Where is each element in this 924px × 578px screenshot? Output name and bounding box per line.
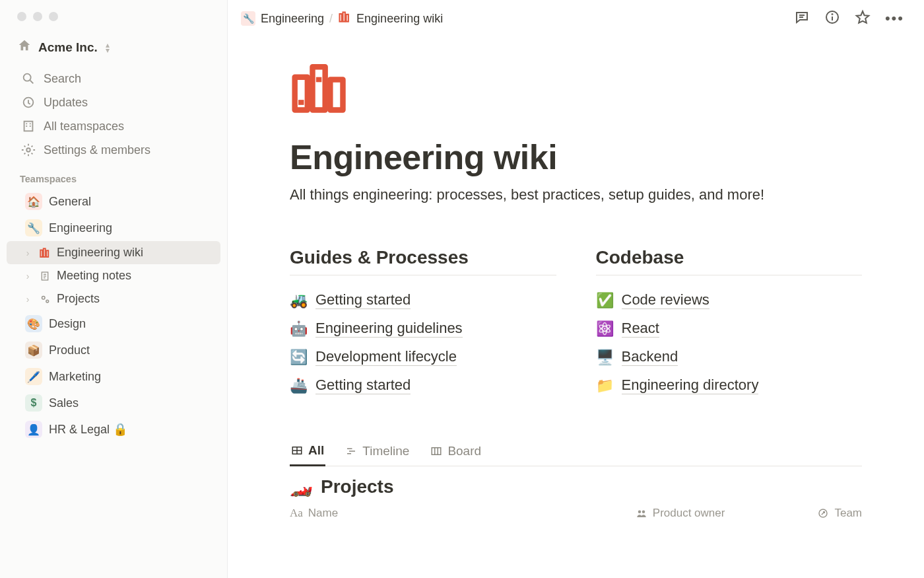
database-title[interactable]: 🏎️ Projects — [290, 476, 862, 497]
page-link[interactable]: ✅Code reviews — [596, 286, 863, 314]
tractor-icon: 🚜 — [290, 292, 308, 309]
search-icon — [21, 71, 36, 86]
view-tab-all[interactable]: All — [290, 437, 325, 466]
breadcrumb-root[interactable]: 🔧 Engineering — [241, 11, 324, 26]
teamspace-sales[interactable]: $ Sales — [7, 390, 220, 416]
tab-label: Board — [447, 444, 481, 458]
wrench-icon: 🔧 — [25, 219, 42, 236]
page-link[interactable]: 🚢Getting started — [290, 371, 556, 400]
column-heading[interactable]: Codebase — [596, 247, 863, 275]
column-guides: Guides & Processes 🚜Getting started 🤖Eng… — [290, 247, 556, 400]
page-link-label: Getting started — [315, 291, 411, 309]
sidebar-updates-label: Updates — [44, 96, 88, 110]
page-link-label: Backend — [622, 348, 678, 366]
page-link[interactable]: 🔄Development lifecycle — [290, 343, 556, 371]
teamspace-label: Product — [49, 343, 90, 357]
sidebar-search[interactable]: Search — [16, 67, 220, 90]
database-view-tabs: All Timeline Board — [290, 437, 862, 466]
page-meeting-notes[interactable]: › Meeting notes — [7, 264, 220, 287]
teamspaces-heading: Teamspaces — [0, 164, 227, 188]
teamspace-label: Marketing — [49, 370, 101, 384]
desktop-icon: 🖥️ — [596, 349, 614, 366]
teamspace-product[interactable]: 📦 Product — [7, 337, 220, 363]
page-link[interactable]: 🖥️Backend — [596, 343, 863, 371]
teamspace-general[interactable]: 🏠 General — [7, 188, 220, 215]
sidebar-all-teamspaces[interactable]: All teamspaces — [16, 114, 220, 138]
page-link[interactable]: 📁Engineering directory — [596, 371, 863, 400]
page-link[interactable]: 🤖Engineering guidelines — [290, 314, 556, 343]
page-icon[interactable] — [290, 57, 862, 126]
more-button[interactable]: ••• — [885, 10, 904, 27]
db-column-product-owner[interactable]: Product owner — [636, 507, 725, 520]
sidebar-updates[interactable]: Updates — [16, 90, 220, 114]
clock-icon — [21, 95, 36, 110]
window-min-icon[interactable] — [33, 12, 42, 21]
workspace-switcher[interactable]: Acme Inc. ▴▾ — [0, 34, 227, 63]
books-icon — [38, 247, 51, 259]
chevron-updown-icon: ▴▾ — [106, 42, 110, 53]
check-icon: ✅ — [596, 292, 614, 309]
page-link-label: React — [622, 320, 659, 338]
chevron-right-icon[interactable]: › — [22, 271, 33, 281]
page-projects[interactable]: › Projects — [7, 287, 220, 310]
page-engineering-wiki[interactable]: › Engineering wiki — [7, 241, 220, 264]
svg-rect-11 — [46, 250, 48, 257]
page-label: Meeting notes — [57, 269, 131, 283]
svg-rect-9 — [40, 250, 42, 257]
chevron-right-icon[interactable]: › — [22, 294, 33, 305]
svg-line-1 — [30, 81, 34, 84]
page-title[interactable]: Engineering wiki — [290, 137, 862, 177]
svg-point-16 — [42, 296, 46, 299]
chevron-right-icon[interactable]: › — [22, 248, 33, 258]
sidebar: Acme Inc. ▴▾ Search Updates All teamspac… — [0, 0, 228, 578]
breadcrumb-root-label: Engineering — [261, 12, 324, 26]
breadcrumb-page[interactable]: Engineering wiki — [338, 11, 443, 27]
svg-point-41 — [642, 511, 645, 514]
column-heading[interactable]: Guides & Processes — [290, 247, 556, 275]
workspace-name: Acme Inc. — [38, 40, 98, 55]
svg-point-17 — [46, 300, 49, 303]
svg-rect-27 — [313, 67, 325, 110]
page-link[interactable]: 🚜Getting started — [290, 286, 556, 314]
teamspace-hr-legal[interactable]: 👤 HR & Legal 🔒 — [7, 416, 220, 443]
svg-point-25 — [832, 14, 832, 15]
favorite-button[interactable] — [855, 9, 871, 28]
db-column-team[interactable]: Team — [817, 507, 862, 520]
page-link-label: Engineering directory — [622, 377, 759, 394]
board-icon — [430, 445, 442, 457]
sidebar-settings[interactable]: Settings & members — [16, 138, 220, 162]
home-icon: 🏠 — [25, 193, 42, 210]
info-button[interactable] — [824, 9, 840, 28]
db-column-label: Name — [308, 507, 338, 520]
teamspace-marketing[interactable]: 🖊️ Marketing — [7, 363, 220, 390]
teamspace-label: Sales — [49, 396, 79, 410]
view-tab-board[interactable]: Board — [429, 437, 482, 465]
people-icon — [636, 507, 647, 519]
teamspace-label: HR & Legal 🔒 — [49, 422, 127, 437]
home-icon — [17, 38, 32, 56]
svg-point-0 — [24, 74, 31, 81]
atom-icon: ⚛️ — [596, 320, 614, 338]
db-column-name[interactable]: Aa Name — [290, 507, 338, 520]
ship-icon: 🚢 — [290, 377, 308, 394]
document-icon — [38, 270, 51, 282]
view-tab-timeline[interactable]: Timeline — [344, 437, 411, 465]
comments-button[interactable] — [794, 9, 810, 28]
sidebar-search-label: Search — [44, 72, 81, 86]
table-icon — [291, 445, 303, 456]
page-link-label: Development lifecycle — [315, 348, 457, 366]
window-close-icon[interactable] — [17, 12, 26, 21]
timeline-icon — [345, 445, 357, 457]
building-icon — [21, 119, 36, 133]
db-column-label: Product owner — [653, 507, 725, 520]
person-icon: 👤 — [25, 421, 42, 438]
top-actions: ••• — [794, 9, 904, 28]
page-subtitle[interactable]: All things engineering: processes, best … — [290, 186, 862, 203]
tab-label: Timeline — [362, 444, 409, 458]
car-icon: 🏎️ — [290, 476, 313, 497]
teamspace-engineering[interactable]: 🔧 Engineering — [7, 215, 220, 241]
window-max-icon[interactable] — [49, 12, 58, 21]
teamspace-design[interactable]: 🎨 Design — [7, 310, 220, 337]
page-link[interactable]: ⚛️React — [596, 314, 863, 343]
sidebar-settings-label: Settings & members — [44, 143, 150, 157]
